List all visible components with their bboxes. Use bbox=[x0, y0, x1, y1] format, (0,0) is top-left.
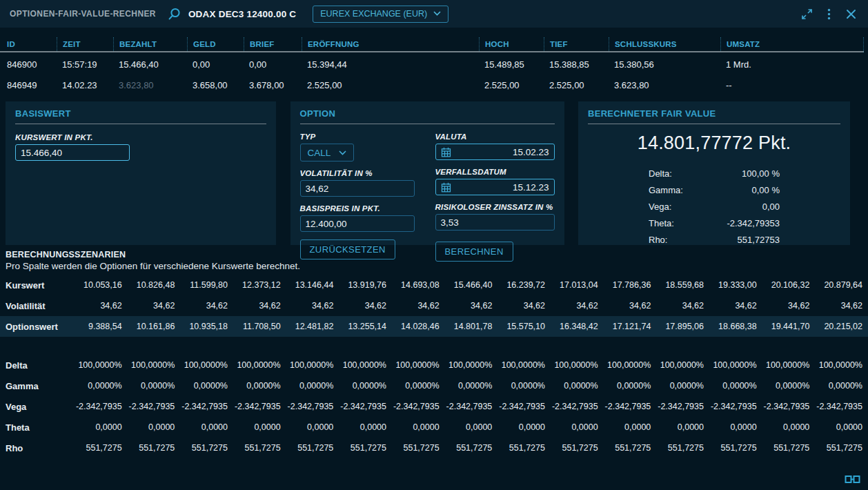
scenario-row-label: Optionswert bbox=[6, 322, 69, 332]
scenario-value: 100,0000% bbox=[651, 360, 704, 370]
search-icon[interactable] bbox=[167, 7, 181, 21]
scenario-value: 0,0000% bbox=[69, 381, 122, 391]
scenario-value: 551,7275 bbox=[598, 443, 651, 453]
scenario-value: 34,62 bbox=[386, 301, 440, 311]
basispreis-label: BASISPREIS IN PKT. bbox=[300, 204, 424, 213]
valuta-label: VALUTA bbox=[435, 133, 555, 141]
expand-icon[interactable] bbox=[799, 6, 814, 21]
scenario-value: 34,62 bbox=[440, 301, 493, 311]
scenario-value: -2.342,7935 bbox=[228, 402, 281, 411]
scenario-value: 0,0000 bbox=[651, 422, 704, 432]
greek-value: 100,00 % bbox=[742, 168, 780, 179]
scenario-value: 0,0000% bbox=[704, 381, 757, 391]
greek-value: 551,72753 bbox=[738, 235, 780, 245]
greeks-list: Delta:100,00 %Gamma:0,00 %Vega:0,00Theta… bbox=[649, 165, 780, 248]
scenario-row-label: Rho bbox=[6, 443, 69, 453]
quote-cell: -- bbox=[720, 80, 868, 90]
scenario-value: 100,0000% bbox=[69, 360, 122, 370]
column-header-schlusskurs[interactable]: SCHLUSSKURS bbox=[609, 37, 720, 51]
scenario-value: 11.708,50 bbox=[228, 322, 281, 331]
greek-value: 0,00 % bbox=[752, 185, 780, 195]
scenario-value: 15.466,40 bbox=[440, 280, 493, 290]
quotes-rows: 84690015:57:1915.466,400,000,0015.394,44… bbox=[0, 54, 868, 95]
quote-row[interactable]: 84694914.02.233.623,803.658,003.678,002.… bbox=[0, 75, 868, 95]
quote-cell: 15.388,85 bbox=[544, 59, 609, 70]
scenario-value: 17.013,04 bbox=[545, 280, 598, 290]
typ-label: TYP bbox=[300, 133, 424, 141]
scenario-value: 551,7275 bbox=[386, 443, 440, 453]
scenario-value: 14.028,46 bbox=[386, 322, 440, 331]
scenario-value: 18.668,38 bbox=[704, 322, 757, 331]
kurswert-input[interactable] bbox=[15, 144, 130, 161]
quote-cell: 15.489,85 bbox=[479, 59, 544, 70]
scenario-value: 34,62 bbox=[281, 301, 334, 311]
quote-cell: 15.394,44 bbox=[302, 59, 479, 70]
scenario-value: 0,0000 bbox=[122, 422, 175, 432]
scenario-value: 16.348,42 bbox=[545, 322, 598, 331]
volatilitaet-input[interactable] bbox=[300, 180, 415, 197]
quotes-table: ID ZEIT BEZAHLT GELD BRIEF ERÖFFNUNG HOC… bbox=[0, 37, 868, 95]
column-header-geld[interactable]: GELD bbox=[187, 37, 244, 51]
column-header-zeit[interactable]: ZEIT bbox=[57, 37, 113, 51]
column-header-brief[interactable]: BRIEF bbox=[244, 37, 302, 51]
scenario-value: 551,7275 bbox=[281, 443, 334, 453]
quote-row[interactable]: 84690015:57:1915.466,400,000,0015.394,44… bbox=[0, 54, 868, 75]
scenario-value: 16.239,72 bbox=[492, 280, 545, 290]
typ-select[interactable]: CALL bbox=[300, 144, 355, 161]
quote-cell: 1 Mrd. bbox=[720, 59, 868, 70]
scenario-row-optionswert: Optionswert9.388,5410.161,8610.935,1811.… bbox=[0, 316, 868, 337]
scenario-value: 100,0000% bbox=[440, 360, 493, 370]
scenarios-table: Kurswert10.053,1610.826,4811.599,8012.37… bbox=[0, 275, 868, 458]
scenario-value: 0,0000% bbox=[175, 381, 228, 391]
scenario-value: 0,0000 bbox=[598, 422, 651, 432]
scenario-value: -2.342,7935 bbox=[492, 402, 545, 411]
valuta-input[interactable]: 15.02.23 bbox=[435, 144, 555, 160]
scenario-row-vega: Vega-2.342,7935-2.342,7935-2.342,7935-2.… bbox=[0, 396, 868, 417]
greek-row: Delta:100,00 % bbox=[649, 165, 780, 182]
scenario-row-volatilitt: Volatilität34,6234,6234,6234,6234,6234,6… bbox=[0, 295, 868, 316]
scenario-row-gamma: Gamma0,0000%0,0000%0,0000%0,0000%0,0000%… bbox=[0, 375, 868, 396]
scenario-value: 0,0000 bbox=[333, 422, 386, 432]
zinssatz-input[interactable] bbox=[435, 214, 555, 231]
scenario-value: 551,7275 bbox=[228, 443, 281, 453]
scenario-value: 100,0000% bbox=[228, 360, 281, 370]
close-icon[interactable] bbox=[843, 6, 858, 21]
kebab-menu-icon[interactable] bbox=[821, 6, 836, 21]
column-header-hoch[interactable]: HOCH bbox=[479, 37, 544, 51]
column-header-bezahlt[interactable]: BEZAHLT bbox=[113, 37, 187, 51]
scenario-value: 0,0000% bbox=[757, 381, 810, 391]
scenario-value: 0,0000 bbox=[386, 422, 440, 432]
fair-value-panel: BERECHNETER FAIR VALUE 14.801,77772 Pkt.… bbox=[578, 101, 850, 245]
scenario-value: 20.106,32 bbox=[757, 280, 810, 290]
verfallsdatum-input[interactable]: 15.12.23 bbox=[435, 179, 555, 195]
scenario-value: 0,0000% bbox=[598, 381, 651, 391]
column-header-umsatz[interactable]: UMSATZ bbox=[720, 37, 864, 51]
quote-cell: 3.678,00 bbox=[244, 80, 302, 90]
link-windows-icon[interactable] bbox=[845, 475, 860, 484]
column-header-eroeffnung[interactable]: ERÖFFNUNG bbox=[302, 37, 479, 51]
scenario-value: -2.342,7935 bbox=[333, 402, 386, 411]
quote-cell: 846949 bbox=[7, 80, 57, 90]
scenario-value: 0,0000 bbox=[704, 422, 757, 432]
scenario-value: 0,0000% bbox=[440, 381, 493, 391]
scenario-value: 551,7275 bbox=[440, 443, 493, 453]
scenario-value: 34,62 bbox=[228, 301, 281, 311]
scenario-value: 15.575,10 bbox=[492, 322, 545, 331]
option-panel-title: OPTION bbox=[300, 108, 555, 124]
scenario-value: -2.342,7935 bbox=[809, 402, 862, 411]
contract-field[interactable]: ODAX DEC3 12400.00 C bbox=[188, 9, 296, 19]
scenario-value: -2.342,7935 bbox=[598, 402, 651, 411]
verfallsdatum-value: 15.12.23 bbox=[513, 182, 549, 193]
scenario-row-label: Gamma bbox=[6, 381, 69, 391]
exchange-dropdown[interactable]: EUREX EXCHANGE (EUR) bbox=[313, 6, 448, 23]
column-header-tief[interactable]: TIEF bbox=[544, 37, 609, 51]
scenario-value: 551,7275 bbox=[69, 443, 122, 453]
scenario-row-label: Theta bbox=[6, 422, 69, 433]
scenario-value: 10.935,18 bbox=[175, 322, 228, 331]
column-header-id[interactable]: ID bbox=[7, 40, 57, 48]
basispreis-input[interactable] bbox=[300, 215, 415, 232]
scenario-value: 551,7275 bbox=[333, 443, 386, 453]
quote-cell: 3.623,80 bbox=[113, 80, 187, 90]
scenario-value: 100,0000% bbox=[757, 360, 810, 370]
greek-label: Rho: bbox=[649, 235, 667, 245]
